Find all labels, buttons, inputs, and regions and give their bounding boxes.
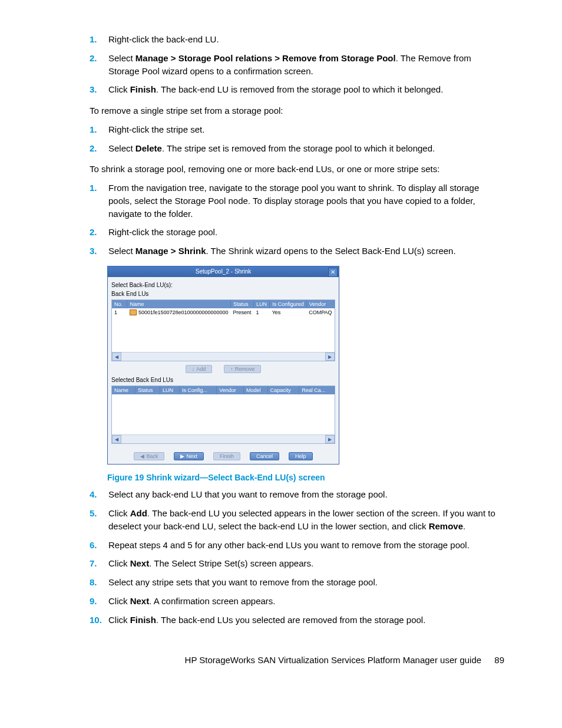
table-header-row: Name Status LUN Is Config... Vendor Mode… — [112, 386, 335, 394]
column-header[interactable]: Is Configured — [270, 300, 307, 308]
close-icon[interactable]: ✕ — [328, 268, 338, 277]
remove-button[interactable]: ↑Remove — [224, 365, 261, 373]
text: Click — [108, 508, 130, 518]
step-text: Right-click the back-end LU. — [108, 33, 504, 46]
dialog-body: Select Back-End LU(s): Back End LUs No. … — [108, 277, 339, 465]
column-header[interactable]: LUN — [160, 386, 180, 394]
text: . The Select Stripe Set(s) screen appear… — [149, 558, 313, 568]
step: 6. Repeat steps 4 and 5 for any other ba… — [90, 539, 504, 552]
column-header[interactable]: Real Ca... — [299, 386, 335, 394]
step-text: Click Finish. The back-end LUs you selec… — [108, 614, 504, 627]
text: Click — [108, 596, 130, 606]
step-text: From the navigation tree, navigate to th… — [108, 182, 504, 220]
text: Select — [108, 143, 135, 153]
column-header[interactable]: Vendor — [306, 300, 334, 308]
column-header[interactable]: Name — [127, 300, 231, 308]
column-header[interactable]: Is Config... — [179, 386, 216, 394]
column-header[interactable]: Model — [243, 386, 267, 394]
button-label: Add — [196, 366, 206, 372]
step-number: 8. — [90, 576, 108, 589]
button-label: Back — [146, 453, 158, 459]
step-text: Repeat steps 4 and 5 for any other back-… — [108, 539, 504, 552]
horizontal-scrollbar[interactable]: ◀ ▶ — [112, 434, 335, 443]
text: . The stripe set is removed from the sto… — [162, 143, 435, 153]
section-label: Selected Back End LUs — [111, 377, 335, 383]
step-text: Select any stripe sets that you want to … — [108, 576, 504, 589]
column-header[interactable]: No. — [112, 300, 127, 308]
button-label: Remove — [235, 366, 255, 372]
disk-icon — [130, 309, 137, 315]
bold-text: Finish — [130, 615, 156, 625]
column-header[interactable]: Vendor — [217, 386, 244, 394]
bold-text: Next — [130, 558, 150, 568]
procedure-remove-lu: 1. Right-click the back-end LU. 2. Selec… — [90, 33, 504, 96]
cancel-button[interactable]: Cancel — [250, 452, 279, 460]
footer-text: HP StorageWorks SAN Virtualization Servi… — [185, 655, 482, 665]
dialog-titlebar[interactable]: SetupPool_2 - Shrink ✕ — [108, 266, 339, 277]
cell-no: 1 — [112, 308, 127, 317]
step-text: Right-click the stripe set. — [108, 123, 504, 136]
bold-text: Finish — [130, 84, 156, 94]
text: Click — [108, 615, 130, 625]
finish-button[interactable]: Finish — [213, 452, 240, 460]
text: . The back-end LU is removed from the st… — [156, 84, 444, 94]
cell-name: 50001fe1500728e0100000000000000 — [127, 308, 231, 317]
step-number: 2. — [90, 226, 108, 239]
help-button[interactable]: Help — [289, 452, 313, 460]
text: . A confirmation screen appears. — [149, 596, 275, 606]
cell-lun: 1 — [254, 308, 270, 317]
scroll-track[interactable] — [121, 353, 325, 361]
step-number: 2. — [90, 52, 108, 78]
add-button[interactable]: ↓Add — [186, 365, 213, 373]
wizard-nav-row: ◀Back ▶Next Finish Cancel Help — [111, 449, 335, 460]
scroll-track[interactable] — [121, 435, 325, 443]
step-text: Select any back-end LU that you want to … — [108, 488, 504, 501]
bold-text: Manage > Shrink — [135, 246, 206, 256]
step-number: 6. — [90, 539, 108, 552]
step: 2. Right-click the storage pool. — [90, 226, 504, 239]
step: 1. From the navigation tree, navigate to… — [90, 182, 504, 220]
bold-text: Remove — [429, 521, 463, 531]
text: Click — [108, 84, 130, 94]
step-number: 4. — [90, 488, 108, 501]
column-header[interactable]: Status — [135, 386, 160, 394]
column-header[interactable]: Status — [231, 300, 254, 308]
horizontal-scrollbar[interactable]: ◀ ▶ — [112, 352, 335, 361]
step: 5. Click Add. The back-end LU you select… — [90, 507, 504, 533]
column-header[interactable]: Name — [112, 386, 135, 394]
arrow-right-icon: ▶ — [180, 453, 184, 459]
selected-lus-table-wrap: Name Status LUN Is Config... Vendor Mode… — [111, 386, 335, 444]
step: 9. Click Next. A confirmation screen app… — [90, 595, 504, 608]
step-number: 3. — [90, 83, 108, 96]
dialog-title: SetupPool_2 - Shrink — [196, 268, 252, 275]
bold-text: Delete — [135, 143, 162, 153]
cell-status: Present — [231, 308, 254, 317]
column-header[interactable]: Capacity — [267, 386, 299, 394]
paragraph: To shrink a storage pool, removing one o… — [90, 163, 504, 176]
step-text: Select Manage > Storage Pool relations >… — [108, 52, 504, 78]
step-number: 2. — [90, 142, 108, 155]
back-end-lus-table-wrap: No. Name Status LUN Is Configured Vendor… — [111, 299, 335, 362]
button-label: Next — [186, 453, 197, 459]
next-button[interactable]: ▶Next — [174, 452, 204, 460]
back-end-lus-table: No. Name Status LUN Is Configured Vendor… — [112, 300, 335, 317]
table-row[interactable]: 1 50001fe1500728e0100000000000000 Presen… — [112, 308, 335, 317]
procedure-remove-stripe: 1. Right-click the stripe set. 2. Select… — [90, 123, 504, 155]
scroll-left-icon[interactable]: ◀ — [112, 435, 121, 443]
figure-caption: Figure 19 Shrink wizard—Select Back-End … — [107, 473, 504, 482]
select-label: Select Back-End LU(s): — [111, 282, 335, 288]
table-viewport — [112, 394, 335, 434]
back-button[interactable]: ◀Back — [134, 452, 164, 460]
scroll-right-icon[interactable]: ▶ — [325, 353, 335, 361]
shrink-wizard-dialog: SetupPool_2 - Shrink ✕ Select Back-End L… — [107, 266, 339, 465]
step-number: 9. — [90, 595, 108, 608]
cell-configured: Yes — [270, 308, 307, 317]
scroll-right-icon[interactable]: ▶ — [325, 435, 335, 443]
step: 2. Select Manage > Storage Pool relation… — [90, 52, 504, 78]
step-text: Right-click the storage pool. — [108, 226, 504, 239]
scroll-left-icon[interactable]: ◀ — [112, 353, 121, 361]
text: Select — [108, 246, 135, 256]
step-text: Click Next. A confirmation screen appear… — [108, 595, 504, 608]
column-header[interactable]: LUN — [254, 300, 270, 308]
step-text: Click Add. The back-end LU you selected … — [108, 507, 504, 533]
